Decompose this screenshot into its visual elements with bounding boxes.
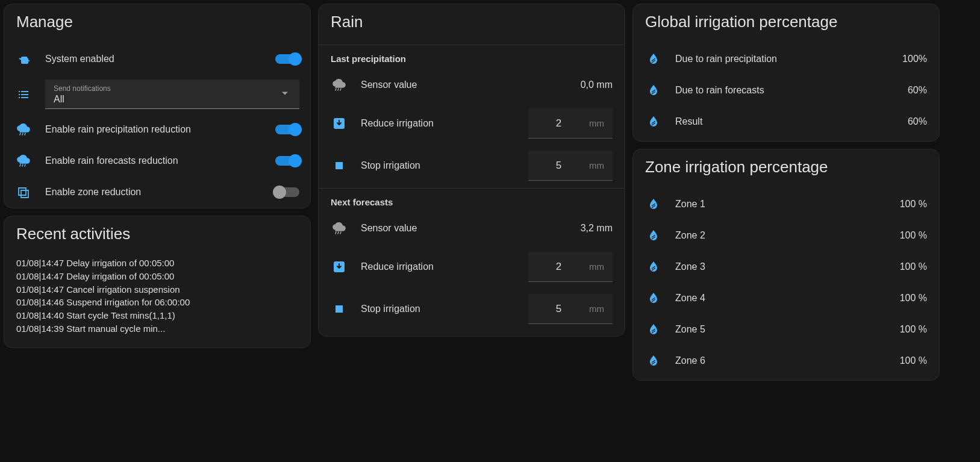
activity-item: 01/08|14:47 Delay irrigation of 00:05:00 bbox=[16, 270, 298, 283]
rain-precip-row: Enable rain precipitation reduction bbox=[4, 114, 310, 145]
next-sensor-value: 3,2 mm bbox=[581, 223, 613, 234]
manage-title: Manage bbox=[4, 4, 310, 43]
last-stop-input[interactable] bbox=[528, 160, 589, 172]
drop-icon bbox=[645, 196, 662, 213]
unit-label: mm bbox=[589, 261, 613, 272]
activities-title: Recent activities bbox=[4, 216, 310, 255]
zone-pct-value: 100 % bbox=[900, 293, 927, 304]
zone-pct-value: 100 % bbox=[900, 230, 927, 241]
last-stop-row: Stop irrigation mm bbox=[319, 145, 625, 187]
zone-pct-card: Zone irrigation percentage Zone 1 100 % … bbox=[632, 149, 940, 381]
activity-item: 01/08|14:47 Cancel irrigation suspension bbox=[16, 283, 298, 296]
drop-icon bbox=[645, 258, 662, 275]
activity-item: 01/08|14:46 Suspend irrigation for 06:00… bbox=[16, 296, 298, 309]
last-reduce-row: Reduce irrigation mm bbox=[319, 102, 625, 145]
next-sensor-row: Sensor value 3,2 mm bbox=[319, 211, 625, 246]
zone-pct-row: Zone 2 100 % bbox=[633, 220, 939, 251]
watering-can-icon bbox=[15, 51, 32, 67]
next-stop-label: Stop irrigation bbox=[361, 304, 528, 314]
layers-icon bbox=[15, 184, 32, 201]
zone-pct-row: Zone 3 100 % bbox=[633, 251, 939, 283]
next-stop-row: Stop irrigation mm bbox=[319, 288, 625, 336]
global-pct-row: Due to rain precipitation 100% bbox=[633, 43, 939, 75]
global-pct-label: Result bbox=[675, 116, 908, 127]
zone-pct-title: Zone irrigation percentage bbox=[633, 149, 939, 189]
activity-item: 01/08|14:47 Delay irrigation of 00:05:00 bbox=[16, 257, 298, 270]
zone-label: Zone 1 bbox=[675, 199, 900, 210]
rain-card: Rain Last precipitation Sensor value 0,0… bbox=[318, 4, 625, 337]
chevron-down-icon bbox=[278, 86, 292, 102]
drop-icon bbox=[645, 51, 662, 67]
rain-precip-toggle[interactable] bbox=[275, 125, 299, 134]
activities-card: Recent activities 01/08|14:47 Delay irri… bbox=[4, 216, 311, 348]
unit-label: mm bbox=[589, 160, 613, 170]
zone-reduction-toggle[interactable] bbox=[275, 187, 299, 197]
zone-pct-row: Zone 5 100 % bbox=[633, 314, 939, 345]
last-reduce-input-wrap: mm bbox=[528, 108, 613, 139]
drop-icon bbox=[645, 321, 662, 338]
drop-icon bbox=[645, 113, 662, 130]
last-stop-input-wrap: mm bbox=[528, 151, 613, 181]
zone-pct-value: 100 % bbox=[900, 355, 927, 366]
rain-title: Rain bbox=[319, 4, 625, 43]
rain-forecast-row: Enable rain forecasts reduction bbox=[4, 145, 310, 176]
notifications-select[interactable]: Send notifications All bbox=[45, 80, 299, 109]
drop-icon bbox=[645, 290, 662, 307]
manage-card: Manage System enabled Send notifications… bbox=[4, 4, 311, 208]
activity-item: 01/08|14:40 Start cycle Test mins(1,1,1) bbox=[16, 309, 298, 322]
unit-label: mm bbox=[589, 118, 613, 128]
cloud-rain-icon bbox=[15, 121, 32, 138]
zone-pct-row: Zone 4 100 % bbox=[633, 283, 939, 314]
system-enabled-label: System enabled bbox=[45, 54, 275, 64]
last-stop-label: Stop irrigation bbox=[361, 160, 528, 171]
zone-pct-value: 100 % bbox=[900, 324, 927, 335]
last-sensor-value: 0,0 mm bbox=[581, 80, 613, 90]
drop-icon bbox=[645, 82, 662, 99]
global-pct-card: Global irrigation percentage Due to rain… bbox=[632, 4, 940, 142]
cloud-rain-icon bbox=[331, 220, 348, 237]
zone-reduction-row: Enable zone reduction bbox=[4, 176, 310, 208]
notifications-value: All bbox=[54, 94, 291, 105]
last-precip-section: Last precipitation bbox=[319, 45, 625, 67]
zone-label: Zone 6 bbox=[675, 355, 900, 366]
next-reduce-input[interactable] bbox=[528, 261, 589, 273]
system-enabled-row: System enabled bbox=[4, 43, 310, 75]
zone-pct-row: Zone 1 100 % bbox=[633, 189, 939, 220]
activity-item: 01/08|14:39 Start manual cycle min... bbox=[16, 322, 298, 336]
global-pct-value: 60% bbox=[908, 85, 927, 96]
global-pct-label: Due to rain forecasts bbox=[675, 85, 908, 96]
activities-list: 01/08|14:47 Delay irrigation of 00:05:00… bbox=[4, 255, 310, 348]
rain-precip-label: Enable rain precipitation reduction bbox=[45, 124, 275, 135]
global-pct-value: 100% bbox=[902, 54, 927, 64]
cloud-rain-icon bbox=[15, 152, 32, 169]
arrow-down-box-icon bbox=[331, 115, 348, 132]
zone-label: Zone 2 bbox=[675, 230, 900, 241]
last-reduce-input[interactable] bbox=[528, 117, 589, 130]
list-icon bbox=[15, 86, 32, 103]
zone-pct-value: 100 % bbox=[900, 261, 927, 272]
global-pct-label: Due to rain precipitation bbox=[675, 54, 902, 64]
next-stop-input[interactable] bbox=[528, 303, 589, 315]
next-reduce-row: Reduce irrigation mm bbox=[319, 246, 625, 288]
unit-label: mm bbox=[589, 304, 613, 314]
zone-label: Zone 5 bbox=[675, 324, 900, 335]
zone-pct-value: 100 % bbox=[900, 199, 927, 210]
rain-forecast-toggle[interactable] bbox=[275, 156, 299, 166]
rain-forecast-label: Enable rain forecasts reduction bbox=[45, 155, 275, 166]
notifications-label: Send notifications bbox=[54, 84, 291, 93]
system-enabled-toggle[interactable] bbox=[275, 54, 299, 64]
last-reduce-label: Reduce irrigation bbox=[361, 118, 528, 129]
next-reduce-label: Reduce irrigation bbox=[361, 261, 528, 272]
zone-reduction-label: Enable zone reduction bbox=[45, 187, 275, 198]
stop-icon bbox=[331, 301, 348, 317]
next-reduce-input-wrap: mm bbox=[528, 252, 613, 282]
drop-icon bbox=[645, 227, 662, 244]
zone-label: Zone 3 bbox=[675, 261, 900, 272]
drop-icon bbox=[645, 352, 662, 369]
zone-pct-row: Zone 6 100 % bbox=[633, 345, 939, 380]
next-forecast-section: Next forecasts bbox=[319, 189, 625, 211]
arrow-down-box-icon bbox=[331, 258, 348, 275]
last-sensor-row: Sensor value 0,0 mm bbox=[319, 67, 625, 102]
zone-label: Zone 4 bbox=[675, 293, 900, 304]
global-pct-row: Result 60% bbox=[633, 106, 939, 141]
